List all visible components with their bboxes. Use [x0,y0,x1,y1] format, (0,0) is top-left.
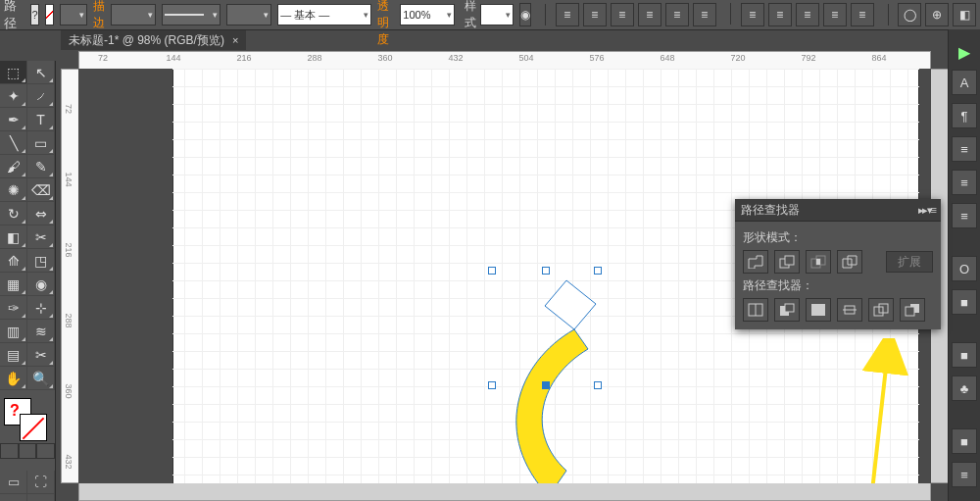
align-button-9[interactable]: ≡ [823,3,847,26]
outline-button[interactable] [868,298,894,322]
panel-shortcut-icon[interactable]: ♣ [952,376,977,401]
line-tool[interactable]: ╲ [0,131,27,155]
panel-shortcut-icon[interactable]: A [952,70,977,95]
width-tool[interactable]: ◧ [0,225,27,249]
document-tab[interactable]: 未标题-1* @ 98% (RGB/预览) × [61,30,246,50]
panel-shortcut-icon[interactable]: ¶ [952,103,977,128]
panel-shortcut-icon[interactable]: ≡ [952,170,977,195]
gradient-tool[interactable]: ◉ [27,273,55,296]
svg-line-0 [866,350,888,483]
lasso-tool[interactable]: ⟋ [27,84,55,108]
panel-shortcut-icon[interactable]: ■ [952,289,977,315]
draw-mode-buttons[interactable] [0,443,55,459]
recolor-icon[interactable]: ◉ [519,3,531,26]
stroke-profile-dropdown[interactable]: ▾ [162,4,220,25]
perspective-tool[interactable]: ◳ [27,249,55,273]
change-screen-icon[interactable]: ⛶ [27,471,55,494]
convert-point-button-2[interactable]: ◧ [953,3,976,26]
align-button-1[interactable]: ≡ [583,3,607,26]
stroke-swatch[interactable] [45,4,54,25]
panel-shortcut-icon[interactable]: ≡ [952,203,977,228]
magic-wand-tool[interactable]: ✦ [0,84,27,108]
align-button-2[interactable]: ≡ [611,3,634,26]
hand-tool[interactable]: ✋ [0,367,27,390]
presentation-icon[interactable]: ▭ [0,494,27,501]
opacity-input[interactable]: 100%▾ [400,4,455,25]
screen-mode-icon[interactable]: ▭ [0,471,27,494]
symbol-tool[interactable]: ▥ [0,320,27,343]
align-button-10[interactable]: ≡ [851,3,874,26]
horizontal-ruler[interactable]: 72144216288360432504576648720792864 [78,51,931,71]
stroke-weight-dropdown[interactable]: ▾ [111,4,156,25]
selection-tool[interactable]: ⬚ [0,61,27,84]
panel-shortcut-icon[interactable]: ■ [952,428,977,454]
align-button-5[interactable]: ≡ [693,3,716,26]
convert-point-button-0[interactable]: ◯ [898,3,921,26]
pathfinder-panel[interactable]: 路径查找器 ▸▸ ▾≡ 形状模式： 扩展 路径查找器： [735,199,941,329]
close-tab-icon[interactable]: × [232,34,238,46]
panel-shortcut-icon[interactable]: ■ [952,342,977,368]
slice-tool[interactable]: ✂ [27,343,55,367]
swatch-menu[interactable]: ▾ [60,4,87,25]
vertical-ruler[interactable]: 7214421628836043250 [61,69,80,483]
align-button-0[interactable]: ≡ [556,3,579,26]
exclude-button[interactable] [837,250,862,274]
selected-shape[interactable] [498,275,615,483]
panel-shortcut-icon[interactable]: ≡ [952,136,977,162]
annotation-arrow [721,338,917,483]
rectangle-tool[interactable]: ▭ [27,131,55,155]
artboard-tool[interactable]: ▤ [0,343,27,367]
direct-selection-tool[interactable]: ↖ [27,61,55,84]
shape-builder-tool[interactable]: ⟰ [0,249,27,273]
expand-button[interactable]: 扩展 [886,251,933,273]
free-transform-tool[interactable]: ✂ [27,225,55,249]
convert-point-button-1[interactable]: ⊕ [925,3,949,26]
blob-brush-tool[interactable]: ✺ [0,178,27,202]
ruler-tick: 144 [64,172,74,186]
fill-swatch[interactable]: ? [30,4,39,25]
align-button-4[interactable]: ≡ [665,3,689,26]
divide-button[interactable] [743,298,768,322]
align-button-3[interactable]: ≡ [638,3,662,26]
eyedropper-tool[interactable]: ✑ [0,296,27,320]
ruler-tick: 720 [730,53,745,63]
ruler-tick: 72 [64,104,74,114]
unite-button[interactable] [743,250,768,274]
pencil-tool[interactable]: ✎ [27,155,55,178]
type-tool[interactable]: T [27,108,55,131]
color-swatches[interactable]: ? [0,396,55,441]
rotate-tool[interactable]: ↻ [0,202,27,225]
eraser-tool[interactable]: ⌫ [27,178,55,202]
panel-shortcut-icon[interactable]: ≡ [952,462,977,487]
ruler-tick: 72 [98,53,108,63]
ruler-tick: 288 [307,53,321,63]
align-button-6[interactable]: ≡ [741,3,764,26]
scale-tool[interactable]: ⇔ [27,202,55,225]
intersect-button[interactable] [806,250,831,274]
mesh-tool[interactable]: ▦ [0,273,27,296]
panel-shortcut-icon[interactable]: O [952,256,977,281]
brush-tool[interactable]: 🖌 [0,155,27,178]
style-dropdown[interactable]: ▾ [480,4,514,25]
brush-dropdown[interactable]: ▾ [226,4,271,25]
panel-header[interactable]: 路径查找器 ▸▸ ▾≡ [735,199,941,222]
align-button-8[interactable]: ≡ [796,3,819,26]
ruler-tick: 576 [589,53,604,63]
stroke-none-swatch[interactable] [20,414,47,441]
zoom-tool[interactable]: 🔍 [27,367,55,390]
play-icon[interactable]: ▶ [949,43,980,62]
crop-button[interactable] [837,298,862,322]
trim-button[interactable] [774,298,800,322]
merge-button[interactable] [806,298,831,322]
minus-back-button[interactable] [900,298,925,322]
panel-collapse-icon[interactable]: ▸▸ ▾≡ [918,204,935,217]
graphic-style-dropdown[interactable]: — 基本 — ▾ [277,4,371,25]
shape-modes-label: 形状模式： [743,229,933,246]
blend-tool[interactable]: ⊹ [27,296,55,320]
pen-tool[interactable]: ✒ [0,108,27,131]
svg-rect-10 [811,304,825,316]
graph-tool[interactable]: ≋ [27,320,55,343]
minus-front-button[interactable] [774,250,800,274]
align-button-7[interactable]: ≡ [768,3,792,26]
horizontal-scrollbar[interactable] [78,481,931,501]
